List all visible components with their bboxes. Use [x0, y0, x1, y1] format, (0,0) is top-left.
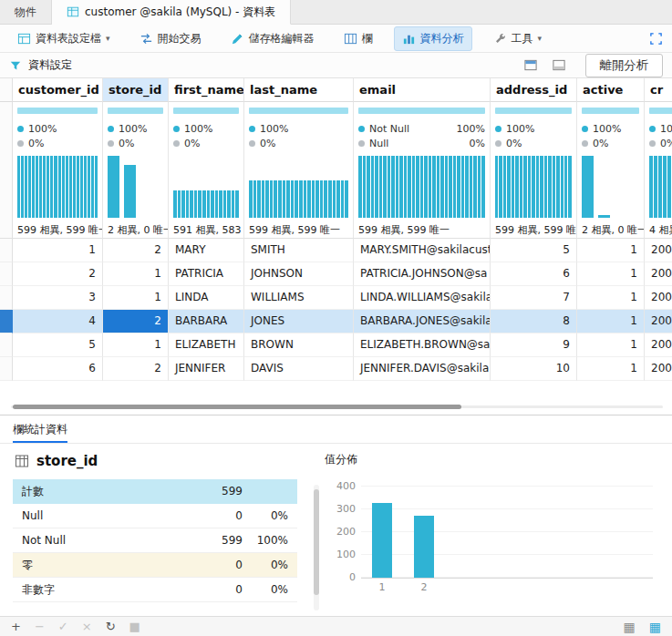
row-gutter[interactable] [0, 262, 13, 286]
vscroll-thumb[interactable] [314, 489, 319, 595]
row-gutter[interactable] [0, 310, 13, 333]
cell-address_id[interactable]: 5 [491, 239, 577, 262]
table-row[interactable]: 12MARYSMITHMARY.SMITH@sakilacust51200 [0, 239, 672, 262]
table-row[interactable]: 51ELIZABETHBROWNELIZABETH.BROWN@sak91200 [0, 333, 672, 357]
show-bottom-pane-icon[interactable] [552, 58, 566, 72]
column-stats-store_id[interactable]: 100%0%2 相異, 0 唯一 [103, 102, 169, 239]
row-gutter[interactable] [0, 357, 13, 381]
table-row[interactable]: 31LINDAWILLIAMSLINDA.WILLIAMS@sakila7120… [0, 286, 672, 310]
column-stats-email[interactable]: Not Null100%Null0%599 相異, 599 唯一 [354, 102, 491, 239]
row-gutter[interactable] [0, 286, 13, 310]
bar[interactable] [372, 503, 392, 578]
cell-store_id[interactable]: 2 [103, 357, 169, 381]
cell-store_id[interactable]: 2 [103, 239, 169, 262]
exit-profiling-button[interactable]: 離開分析 [585, 54, 663, 77]
cell-cr[interactable]: 200 [645, 333, 672, 357]
tools-button[interactable]: 工具 ▾ [485, 26, 551, 51]
cell-customer_id[interactable]: 3 [13, 286, 103, 310]
cell-first_name[interactable]: PATRICIA [169, 262, 244, 286]
cell-customer_id[interactable]: 2 [13, 262, 103, 286]
tab-objects[interactable]: 物件 [0, 0, 52, 25]
profile-view-button[interactable]: ▦ [649, 620, 661, 634]
row-gutter[interactable] [0, 239, 13, 262]
cell-address_id[interactable]: 9 [491, 333, 577, 357]
cell-store_id[interactable]: 1 [103, 286, 169, 310]
stop-button[interactable]: ■ [129, 620, 140, 633]
cell-last_name[interactable]: BROWN [244, 333, 354, 357]
column-stats-last_name[interactable]: 100%0%599 相異, 599 唯一 [244, 102, 354, 239]
horizontal-scrollbar[interactable] [0, 402, 672, 411]
column-stats-first_name[interactable]: 100%0%591 相異, 583 唯一 [169, 102, 244, 239]
show-top-pane-icon[interactable] [523, 58, 538, 72]
table-row[interactable]: 62JENNIFERDAVISJENNIFER.DAVIS@sakila1012… [0, 357, 672, 381]
column-stats-address_id[interactable]: 100%0%599 相異, 599 唯一 [491, 102, 577, 239]
cell-active[interactable]: 1 [577, 310, 645, 333]
cell-first_name[interactable]: MARY [169, 239, 244, 262]
cell-last_name[interactable]: WILLIAMS [244, 286, 354, 310]
tab-customer-table[interactable]: customer @sakila (MySQL) - 資料表 [52, 0, 291, 25]
cell-active[interactable]: 1 [577, 357, 645, 381]
table-row[interactable]: 42BARBARAJONESBARBARA.JONES@sakila81200 [0, 310, 672, 333]
column-header-store_id[interactable]: store_id [103, 78, 169, 102]
cell-last_name[interactable]: JOHNSON [244, 262, 354, 286]
cell-email[interactable]: PATRICIA.JOHNSON@sa [354, 262, 491, 286]
cell-email[interactable]: LINDA.WILLIAMS@sakila [354, 286, 491, 310]
column-header-last_name[interactable]: last_name [244, 78, 354, 102]
column-header-address_id[interactable]: address_id [491, 78, 577, 102]
cell-customer_id[interactable]: 4 [13, 310, 103, 333]
cell-last_name[interactable]: SMITH [244, 239, 354, 262]
begin-transaction-button[interactable]: 開始交易 [131, 26, 210, 51]
cell-first_name[interactable]: ELIZABETH [169, 333, 244, 357]
cell-customer_id[interactable]: 1 [13, 239, 103, 262]
cell-first_name[interactable]: BARBARA [169, 310, 244, 333]
column-header-active[interactable]: active [577, 78, 645, 102]
cell-store_id[interactable]: 1 [103, 262, 169, 286]
cell-address_id[interactable]: 6 [491, 262, 577, 286]
cell-first_name[interactable]: LINDA [169, 286, 244, 310]
grid-view-button[interactable]: ▦ [624, 620, 636, 634]
data-settings-label[interactable]: 資料設定 [28, 57, 72, 73]
cell-address_id[interactable]: 7 [491, 286, 577, 310]
add-record-button[interactable]: + [11, 620, 21, 633]
cell-address_id[interactable]: 8 [491, 310, 577, 333]
cell-email[interactable]: ELIZABETH.BROWN@sak [354, 333, 491, 357]
cell-customer_id[interactable]: 5 [13, 333, 103, 357]
column-stats-customer_id[interactable]: 100%0%599 相異, 599 唯一 [13, 102, 103, 239]
stats-row[interactable]: 計數599 [13, 479, 297, 504]
column-stats-cr[interactable]: 100%0%4 相異 [645, 102, 672, 239]
select-all-corner[interactable] [0, 78, 13, 102]
cell-editor-button[interactable]: 儲存格編輯器 [222, 26, 323, 51]
cell-cr[interactable]: 200 [645, 310, 672, 333]
cell-last_name[interactable]: JONES [244, 310, 354, 333]
cell-email[interactable]: BARBARA.JONES@sakila [354, 310, 491, 333]
cell-first_name[interactable]: JENNIFER [169, 357, 244, 381]
bar[interactable] [414, 516, 434, 578]
table-profile-button[interactable]: 資料表設定檔 ▾ [9, 26, 119, 51]
data-profiling-button[interactable]: 資料分析 [394, 26, 472, 51]
stats-row[interactable]: Not Null599100% [13, 528, 297, 553]
stats-row[interactable]: 非數字00% [13, 578, 297, 602]
hscroll-thumb[interactable] [13, 405, 461, 409]
cell-cr[interactable]: 200 [645, 357, 672, 381]
stats-row[interactable]: 零00% [13, 553, 297, 578]
delete-record-button[interactable]: − [35, 620, 45, 633]
column-header-cr[interactable]: cr [645, 78, 672, 102]
cell-store_id[interactable]: 2 [103, 310, 169, 333]
cell-cr[interactable]: 200 [645, 286, 672, 310]
cell-active[interactable]: 1 [577, 286, 645, 310]
cell-last_name[interactable]: DAVIS [244, 357, 354, 381]
discard-changes-button[interactable]: × [82, 620, 92, 633]
table-row[interactable]: 21PATRICIAJOHNSONPATRICIA.JOHNSON@sa6120… [0, 262, 672, 286]
cell-active[interactable]: 1 [577, 262, 645, 286]
row-gutter[interactable] [0, 333, 13, 357]
apply-changes-button[interactable]: ✓ [58, 620, 68, 633]
cell-address_id[interactable]: 10 [491, 357, 577, 381]
column-stats-active[interactable]: 100%0%2 相異, 0 唯一 [577, 102, 645, 239]
vertical-scrollbar[interactable] [314, 485, 319, 610]
cell-customer_id[interactable]: 6 [13, 357, 103, 381]
cell-active[interactable]: 1 [577, 239, 645, 262]
cell-email[interactable]: JENNIFER.DAVIS@sakila [354, 357, 491, 381]
tab-column-statistics[interactable]: 欄統計資料 [13, 422, 67, 443]
column-header-first_name[interactable]: first_name [169, 78, 244, 102]
stats-row[interactable]: Null00% [13, 504, 297, 528]
